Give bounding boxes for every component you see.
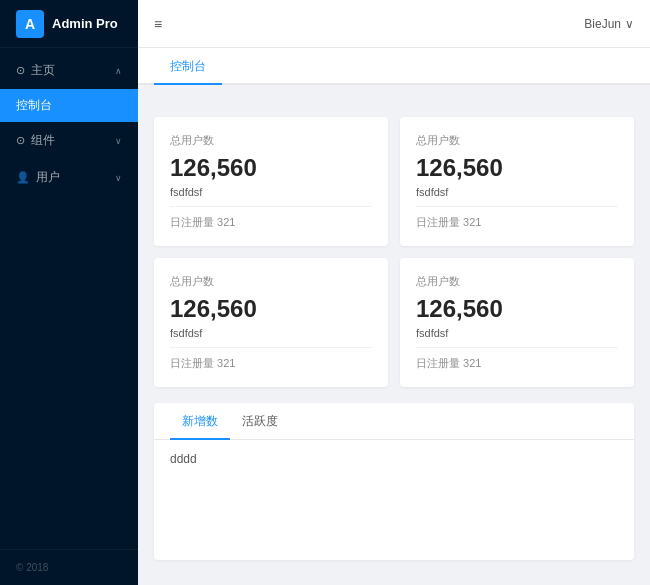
sidebar-item-dashboard[interactable]: 控制台 bbox=[0, 89, 138, 122]
page-tabs-bar: 控制台 bbox=[138, 48, 650, 85]
bottom-tabs: 新增数 活跃度 bbox=[154, 403, 634, 440]
stats-grid: 总用户数 126,560 fsdfdsf 日注册量 321 总用户数 126,5… bbox=[154, 117, 634, 387]
chevron-down-icon-users: ∨ bbox=[115, 173, 122, 183]
header-left: ≡ bbox=[154, 16, 162, 32]
bottom-section: 新增数 活跃度 dddd bbox=[154, 403, 634, 560]
stat-footer-3: 日注册量 321 bbox=[416, 347, 618, 371]
stat-sub-2: fsdfdsf bbox=[170, 327, 372, 339]
sidebar-item-home[interactable]: ⊙ 主页 ∧ bbox=[0, 52, 138, 89]
stat-value-2: 126,560 bbox=[170, 295, 372, 323]
stat-sub-3: fsdfdsf bbox=[416, 327, 618, 339]
stat-footer-0: 日注册量 321 bbox=[170, 206, 372, 230]
stat-sub-1: fsdfdsf bbox=[416, 186, 618, 198]
stat-card-3: 总用户数 126,560 fsdfdsf 日注册量 321 bbox=[400, 258, 634, 387]
stat-label-3: 总用户数 bbox=[416, 274, 618, 289]
sidebar-nav: ⊙ 主页 ∧ 控制台 ⊙ 组件 ∨ 👤 用户 ∨ bbox=[0, 48, 138, 549]
home-icon: ⊙ bbox=[16, 64, 25, 77]
sidebar: A Admin Pro ⊙ 主页 ∧ 控制台 ⊙ 组件 ∨ 👤 bbox=[0, 0, 138, 585]
sidebar-item-label-users: 用户 bbox=[36, 169, 60, 186]
sidebar-item-label-components: 组件 bbox=[31, 132, 55, 149]
stat-label-2: 总用户数 bbox=[170, 274, 372, 289]
stat-sub-0: fsdfdsf bbox=[170, 186, 372, 198]
username-label: BieJun bbox=[584, 17, 621, 31]
sidebar-item-label-home: 主页 bbox=[31, 62, 55, 79]
bottom-content: dddd bbox=[154, 440, 634, 560]
user-chevron-icon: ∨ bbox=[625, 17, 634, 31]
sidebar-item-components[interactable]: ⊙ 组件 ∨ bbox=[0, 122, 138, 159]
chevron-right-icon: ∨ bbox=[115, 136, 122, 146]
hamburger-icon[interactable]: ≡ bbox=[154, 16, 162, 32]
stat-label-1: 总用户数 bbox=[416, 133, 618, 148]
components-icon: ⊙ bbox=[16, 134, 25, 147]
stat-label-0: 总用户数 bbox=[170, 133, 372, 148]
tab-activity[interactable]: 活跃度 bbox=[230, 403, 290, 440]
stat-card-0: 总用户数 126,560 fsdfdsf 日注册量 321 bbox=[154, 117, 388, 246]
stat-value-0: 126,560 bbox=[170, 154, 372, 182]
sidebar-footer: © 2018 bbox=[0, 549, 138, 585]
stat-footer-2: 日注册量 321 bbox=[170, 347, 372, 371]
stat-card-1: 总用户数 126,560 fsdfdsf 日注册量 321 bbox=[400, 117, 634, 246]
main-content: ≡ BieJun ∨ 控制台 总用户数 126,560 fsdfdsf 日注册量… bbox=[138, 0, 650, 585]
stat-card-2: 总用户数 126,560 fsdfdsf 日注册量 321 bbox=[154, 258, 388, 387]
sidebar-logo: A Admin Pro bbox=[0, 0, 138, 48]
user-menu[interactable]: BieJun ∨ bbox=[584, 17, 634, 31]
app-title: Admin Pro bbox=[52, 16, 118, 31]
stat-value-3: 126,560 bbox=[416, 295, 618, 323]
sidebar-item-label-dashboard: 控制台 bbox=[16, 97, 52, 114]
user-icon: 👤 bbox=[16, 171, 30, 184]
content-area: 总用户数 126,560 fsdfdsf 日注册量 321 总用户数 126,5… bbox=[138, 101, 650, 585]
chevron-down-icon: ∧ bbox=[115, 66, 122, 76]
stat-footer-1: 日注册量 321 bbox=[416, 206, 618, 230]
tab-new-count[interactable]: 新增数 bbox=[170, 403, 230, 440]
sidebar-item-users[interactable]: 👤 用户 ∨ bbox=[0, 159, 138, 196]
tab-dashboard[interactable]: 控制台 bbox=[154, 48, 222, 85]
logo-icon: A bbox=[16, 10, 44, 38]
stat-value-1: 126,560 bbox=[416, 154, 618, 182]
header: ≡ BieJun ∨ bbox=[138, 0, 650, 48]
